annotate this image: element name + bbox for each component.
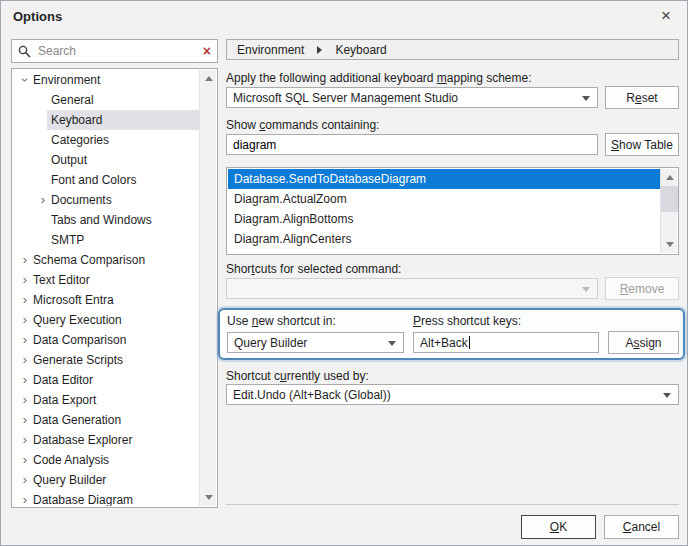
command-list-item[interactable]: Diagram.AlignLefts — [228, 249, 660, 253]
tree-item-query-execution[interactable]: Query Execution — [13, 310, 199, 330]
command-list-item[interactable]: Diagram.AlignCenters — [228, 229, 660, 249]
tree-item-database-explorer[interactable]: Database Explorer — [13, 430, 199, 450]
scrollbar-thumb[interactable] — [661, 186, 678, 212]
close-icon[interactable]: × — [655, 5, 677, 27]
tree-item-label: Tabs and Windows — [47, 210, 199, 230]
tree-item-output[interactable]: Output — [13, 150, 199, 170]
tree-item-label: Database Diagram — [29, 490, 199, 506]
combo-dropdown-icon — [582, 287, 590, 292]
tree-item-label: Microsoft Entra — [29, 290, 199, 310]
tree-item-general[interactable]: General — [13, 90, 199, 110]
mapping-scheme-label: Apply the following additional keyboard … — [226, 71, 532, 85]
command-list: Database.SendToDatabaseDiagramDiagram.Ac… — [226, 167, 679, 255]
search-box: × — [11, 39, 218, 63]
command-list-item[interactable]: Diagram.ActualZoom — [228, 189, 660, 209]
tree-scrollbar[interactable] — [199, 70, 216, 506]
tree-item-data-editor[interactable]: Data Editor — [13, 370, 199, 390]
tree-item-data-generation[interactable]: Data Generation — [13, 410, 199, 430]
tree-item-label: Font and Colors — [47, 170, 199, 190]
press-shortcut-keys-label: Press shortcut keys: — [413, 314, 521, 328]
tree-item-label: Database Explorer — [29, 430, 199, 450]
tree-item-text-editor[interactable]: Text Editor — [13, 270, 199, 290]
tree-item-data-export[interactable]: Data Export — [13, 390, 199, 410]
breadcrumb: Environment Keyboard — [226, 39, 679, 60]
shortcuts-selected-label: Shortcuts for selected command: — [226, 262, 401, 276]
used-by-combo[interactable]: Edit.Undo (Alt+Back (Global)) — [226, 384, 679, 405]
tree-item-documents[interactable]: Documents — [13, 190, 199, 210]
tree-item-tabs-and-windows[interactable]: Tabs and Windows — [13, 210, 199, 230]
show-table-button[interactable]: Show Table — [605, 133, 679, 156]
breadcrumb-item-environment[interactable]: Environment — [237, 43, 304, 57]
footer-separator — [226, 504, 679, 505]
shortcut-scope-value: Query Builder — [234, 336, 307, 350]
reset-button[interactable]: Reset — [605, 86, 679, 109]
combo-dropdown-icon — [582, 96, 590, 101]
options-dialog: Options × × EnvironmentGeneralKeyboardCa… — [0, 0, 688, 546]
tree-item-microsoft-entra[interactable]: Microsoft Entra — [13, 290, 199, 310]
tree-item-label: Keyboard — [47, 110, 199, 130]
command-list-item[interactable]: Database.SendToDatabaseDiagram — [228, 169, 660, 189]
tree-item-label: Data Generation — [29, 410, 199, 430]
assign-button[interactable]: Assign — [608, 331, 679, 354]
command-list-rows: Database.SendToDatabaseDiagramDiagram.Ac… — [228, 169, 660, 253]
options-tree-rows: EnvironmentGeneralKeyboardCategoriesOutp… — [13, 70, 199, 506]
chevron-down-icon[interactable] — [15, 72, 35, 88]
tree-item-label: Generate Scripts — [29, 350, 199, 370]
dialog-title: Options — [13, 9, 62, 24]
tree-item-label: Query Execution — [29, 310, 199, 330]
use-new-shortcut-label: Use new shortcut in: — [227, 314, 336, 328]
tree-item-label: General — [47, 90, 199, 110]
tree-item-label: SMTP — [47, 230, 199, 250]
tree-item-label: Query Builder — [29, 470, 199, 490]
options-tree: EnvironmentGeneralKeyboardCategoriesOutp… — [11, 68, 218, 508]
tree-item-environment[interactable]: Environment — [13, 70, 199, 90]
tree-item-database-diagram[interactable]: Database Diagram — [13, 490, 199, 506]
tree-item-label: Data Comparison — [29, 330, 199, 350]
tree-item-data-comparison[interactable]: Data Comparison — [13, 330, 199, 350]
commands-filter-input[interactable] — [226, 134, 598, 155]
tree-item-label: Environment — [29, 70, 199, 90]
tree-item-label: Data Export — [29, 390, 199, 410]
tree-item-schema-comparison[interactable]: Schema Comparison — [13, 250, 199, 270]
title-bar: Options × — [1, 1, 687, 31]
remove-button: Remove — [605, 277, 679, 300]
tree-item-label: Schema Comparison — [29, 250, 199, 270]
text-caret — [469, 336, 470, 349]
tree-item-keyboard[interactable]: Keyboard — [13, 110, 199, 130]
mapping-scheme-combo[interactable]: Microsoft SQL Server Management Studio — [226, 87, 598, 108]
command-list-item[interactable]: Diagram.AlignBottoms — [228, 209, 660, 229]
search-clear-icon[interactable]: × — [199, 44, 211, 58]
shortcuts-selected-combo — [226, 278, 598, 299]
tree-item-label: Documents — [47, 190, 199, 210]
scroll-down-icon[interactable] — [200, 489, 217, 506]
tree-item-query-builder[interactable]: Query Builder — [13, 470, 199, 490]
scroll-up-icon[interactable] — [200, 70, 217, 87]
used-by-value: Edit.Undo (Alt+Back (Global)) — [233, 388, 391, 402]
tree-item-label: Categories — [47, 130, 199, 150]
tree-item-label: Code Analysis — [29, 450, 199, 470]
cancel-button[interactable]: Cancel — [604, 515, 679, 539]
ok-button[interactable]: OK — [521, 515, 596, 539]
shortcut-scope-combo[interactable]: Query Builder — [227, 332, 404, 353]
scroll-up-icon[interactable] — [661, 169, 678, 186]
search-icon — [18, 45, 31, 58]
tree-item-code-analysis[interactable]: Code Analysis — [13, 450, 199, 470]
command-list-scrollbar[interactable] — [660, 169, 677, 253]
used-by-label: Shortcut currently used by: — [226, 369, 369, 383]
tree-item-label: Text Editor — [29, 270, 199, 290]
commands-filter-label: Show commands containing: — [226, 118, 379, 132]
breadcrumb-item-keyboard[interactable]: Keyboard — [335, 43, 386, 57]
tree-item-font-and-colors[interactable]: Font and Colors — [13, 170, 199, 190]
tree-item-smtp[interactable]: SMTP — [13, 230, 199, 250]
tree-item-label: Data Editor — [29, 370, 199, 390]
combo-dropdown-icon — [663, 393, 671, 398]
breadcrumb-separator-icon — [317, 46, 322, 54]
tree-item-generate-scripts[interactable]: Generate Scripts — [13, 350, 199, 370]
combo-dropdown-icon — [388, 341, 396, 346]
shortcut-keys-input[interactable]: Alt+Back — [413, 332, 599, 353]
search-input[interactable] — [38, 44, 199, 58]
tree-item-categories[interactable]: Categories — [13, 130, 199, 150]
scroll-down-icon[interactable] — [661, 236, 678, 253]
mapping-scheme-value: Microsoft SQL Server Management Studio — [233, 91, 458, 105]
tree-item-label: Output — [47, 150, 199, 170]
